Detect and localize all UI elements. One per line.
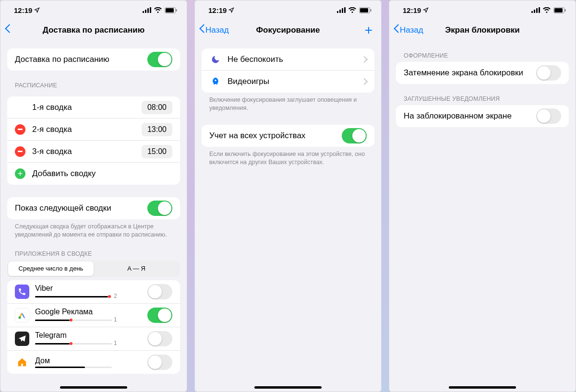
focus-footer-2: Если включить фокусирование на этом устр… — [209, 150, 367, 166]
focus-label: Видеоигры — [228, 77, 269, 86]
app-row-viber[interactable]: Viber 2 — [7, 280, 180, 304]
on-lock-label: На заблокированном экране — [404, 111, 512, 121]
home-icon — [15, 355, 29, 369]
next-summary-label: Показ следующей сводки — [15, 203, 111, 213]
back-button[interactable]: Назад — [199, 25, 229, 35]
svg-rect-13 — [360, 8, 368, 12]
svg-rect-18 — [536, 8, 538, 13]
focus-gaming-row[interactable]: Видеоигры — [202, 71, 374, 93]
app-count: 1 — [114, 316, 117, 323]
svg-rect-8 — [337, 11, 338, 13]
app-row-telegram[interactable]: Telegram 1 — [7, 327, 180, 351]
back-label: Назад — [400, 25, 423, 35]
phone-screen-3: 12:19 Назад Экран блокировки ОФОРМЛЕНИЕ … — [389, 0, 576, 392]
status-time: 12:19 — [14, 6, 32, 14]
app-toggle[interactable] — [147, 331, 172, 346]
focus-label: Не беспокоить — [228, 55, 283, 64]
on-lock-toggle[interactable] — [536, 108, 561, 124]
add-summary-label: Добавить сводку — [32, 169, 96, 178]
scheduled-delivery-toggle[interactable] — [147, 52, 172, 67]
summary-row-1[interactable]: 1-я сводка 08:00 — [7, 96, 180, 119]
home-indicator[interactable] — [254, 386, 322, 389]
location-icon — [423, 7, 429, 13]
content-scroll[interactable]: Доставка по расписанию РАСПИСАНИЕ 1-я св… — [0, 41, 187, 392]
rocket-icon — [209, 77, 222, 86]
app-name: Google Реклама — [35, 308, 147, 316]
app-toggle[interactable] — [147, 308, 172, 323]
app-toggle[interactable] — [147, 355, 172, 370]
share-toggle[interactable] — [342, 128, 367, 143]
battery-icon — [553, 7, 566, 13]
svg-rect-1 — [145, 10, 146, 13]
back-button[interactable]: Назад — [393, 25, 423, 35]
viber-icon — [15, 285, 29, 299]
content-scroll[interactable]: Не беспокоить Видеоигры Включение фокуси… — [195, 41, 381, 392]
on-lock-screen-row[interactable]: На заблокированном экране — [396, 105, 569, 127]
silenced-header: ЗАГЛУШЕННЫЕ УВЕДОМЛЕНИЯ — [404, 95, 561, 102]
appearance-header: ОФОРМЛЕНИЕ — [404, 52, 561, 59]
svg-rect-21 — [554, 8, 563, 12]
remove-icon[interactable] — [15, 146, 25, 157]
app-name: Дом — [35, 356, 147, 365]
next-summary-row[interactable]: Показ следующей сводки — [7, 197, 180, 219]
wifi-icon — [348, 7, 356, 13]
google-ads-icon — [15, 308, 29, 322]
summary-time[interactable]: 15:00 — [142, 145, 172, 158]
chevron-left-icon — [393, 25, 399, 35]
app-toggle[interactable] — [147, 284, 172, 299]
dim-lock-screen-row[interactable]: Затемнение экрана блокировки — [396, 62, 569, 84]
telegram-icon — [15, 332, 29, 346]
back-button[interactable] — [4, 25, 10, 35]
nav-bar: Доставка по расписанию — [0, 20, 187, 41]
share-across-devices-row[interactable]: Учет на всех устройствах — [202, 125, 374, 147]
summary-label: 3-я сводка — [32, 147, 72, 156]
status-time: 12:19 — [208, 6, 227, 14]
svg-rect-19 — [539, 7, 540, 13]
segment-alpha[interactable]: A — Я — [94, 261, 179, 276]
segment-avg[interactable]: Среднее число в день — [8, 261, 94, 276]
chevron-right-icon — [362, 79, 367, 84]
summary-time[interactable]: 13:00 — [142, 123, 172, 136]
next-summary-toggle[interactable] — [147, 201, 172, 216]
add-icon — [15, 168, 25, 179]
schedule-header: РАСПИСАНИЕ — [15, 82, 172, 89]
summary-label: 1-я сводка — [32, 103, 72, 112]
focus-dnd-row[interactable]: Не беспокоить — [202, 48, 374, 71]
add-button[interactable]: + — [365, 23, 377, 38]
svg-rect-10 — [342, 8, 343, 13]
scheduled-delivery-row[interactable]: Доставка по расписанию — [7, 48, 180, 71]
app-name: Viber — [35, 284, 147, 293]
svg-point-15 — [215, 80, 216, 81]
status-bar: 12:19 — [0, 0, 187, 20]
svg-rect-2 — [147, 8, 149, 13]
home-indicator[interactable] — [449, 386, 516, 389]
location-icon — [228, 7, 234, 13]
scheduled-delivery-label: Доставка по расписанию — [15, 55, 109, 64]
signal-icon — [143, 7, 151, 13]
phone-screen-1: 12:19 Доставка по расписанию Доставка по… — [0, 0, 187, 392]
summary-row-3[interactable]: 3-я сводка 15:00 — [7, 141, 180, 163]
back-label: Назад — [205, 25, 229, 35]
home-indicator[interactable] — [60, 386, 127, 389]
summary-row-2[interactable]: 2-я сводка 13:00 — [7, 119, 180, 141]
svg-rect-9 — [339, 10, 341, 13]
app-row-google-ads[interactable]: Google Реклама 1 — [7, 304, 180, 327]
remove-icon[interactable] — [15, 124, 25, 135]
chevron-right-icon — [362, 57, 367, 62]
svg-rect-6 — [176, 9, 177, 12]
app-name: Telegram — [35, 331, 147, 340]
svg-rect-14 — [371, 9, 372, 12]
dim-toggle[interactable] — [536, 65, 561, 81]
add-summary-row[interactable]: Добавить сводку — [7, 163, 180, 185]
app-count: 1 — [114, 340, 117, 346]
app-row-home[interactable]: Дом — [7, 351, 180, 374]
segmented-control[interactable]: Среднее число в день A — Я — [7, 261, 180, 277]
svg-rect-17 — [534, 10, 535, 13]
app-count: 2 — [114, 293, 117, 299]
status-bar: 12:19 — [195, 0, 381, 20]
summary-time[interactable]: 08:00 — [142, 101, 172, 114]
next-summary-footer: Следующая сводка будет отображаться в Це… — [15, 223, 172, 239]
content-scroll[interactable]: ОФОРМЛЕНИЕ Затемнение экрана блокировки … — [389, 41, 576, 392]
status-time: 12:19 — [403, 6, 421, 14]
apps-header: ПРИЛОЖЕНИЯ В СВОДКЕ — [15, 250, 172, 257]
